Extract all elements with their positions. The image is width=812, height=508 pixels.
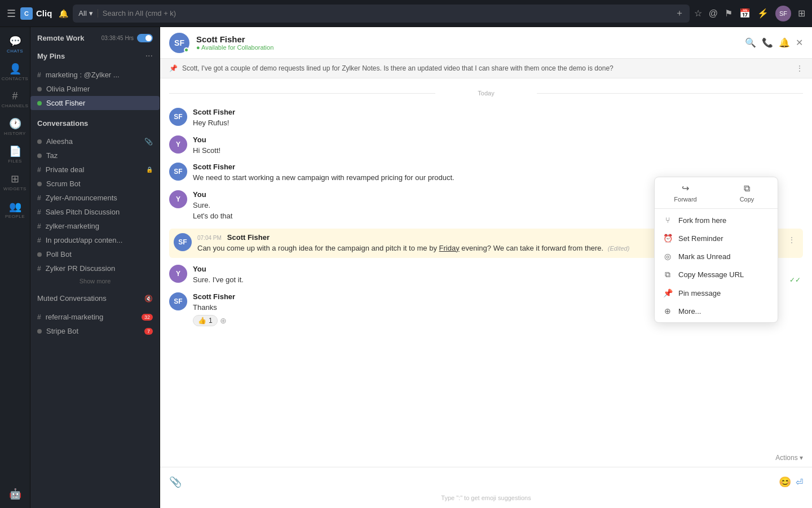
ctx-forward-button[interactable]: ↪ Forward bbox=[655, 177, 716, 208]
channels-label: CHANNELS bbox=[2, 103, 29, 108]
conv-poll-bot[interactable]: Poll Bot bbox=[30, 247, 160, 261]
bolt-icon[interactable]: ⚡ bbox=[757, 8, 769, 19]
search-filter-dropdown[interactable]: All ▾ bbox=[78, 9, 98, 17]
actions-bar: Actions ▾ bbox=[160, 450, 812, 467]
conv-sales[interactable]: # Sales Pitch Discussion bbox=[30, 205, 160, 219]
sidebar-item-widgets[interactable]: ⊞ WIDGETS bbox=[0, 169, 30, 195]
muted-section: # referral-marketing 32 Stripe Bot 7 bbox=[30, 305, 160, 343]
hash-icon: # bbox=[37, 237, 41, 244]
sidebar-item-people[interactable]: 👥 PEOPLE bbox=[0, 197, 30, 222]
sidebar-item-files[interactable]: 📄 FILES bbox=[0, 142, 30, 167]
attach-file-icon[interactable]: 📎 bbox=[169, 476, 182, 488]
search-input[interactable]: Search in All (cmd + k) bbox=[103, 9, 670, 17]
more-icon: ⊕ bbox=[663, 306, 673, 316]
forward-icon: ↪ bbox=[682, 183, 689, 194]
fork-icon: ⑂ bbox=[663, 216, 673, 225]
hash-icon: # bbox=[37, 208, 41, 216]
ctx-more[interactable]: ⊕ More... bbox=[655, 302, 778, 320]
muted-stripe-bot-label: Stripe Bot bbox=[46, 327, 140, 335]
msg-sender: Scott Fisher bbox=[227, 233, 270, 242]
pin-item-olivia[interactable]: Olivia Palmer bbox=[30, 82, 160, 96]
main-layout: 💬 CHATS 👤 CONTACTS # CHANNELS 🕐 HISTORY … bbox=[0, 27, 812, 508]
msg-text: Hey Rufus! bbox=[193, 117, 803, 129]
hamburger-icon[interactable]: ☰ bbox=[7, 7, 16, 20]
flag-icon[interactable]: ⚑ bbox=[725, 8, 732, 19]
chat-contact-status: ● Available for Collaboration bbox=[196, 44, 738, 51]
msg-avatar-scott: SF bbox=[169, 108, 187, 126]
pin-item-scott[interactable]: Scott Fisher bbox=[30, 96, 160, 110]
conv-inproduct-label: In product/app conten... bbox=[46, 236, 153, 244]
pin-item-marketing-label: marketing : @Zylker ... bbox=[46, 71, 153, 79]
reaction-count: 1 bbox=[209, 317, 213, 325]
date-divider: Today bbox=[169, 90, 803, 97]
star-icon[interactable]: ☆ bbox=[694, 8, 702, 19]
ctx-set-reminder[interactable]: ⏰ Set Reminder bbox=[655, 229, 778, 247]
mute-icon: 🔇 bbox=[144, 295, 153, 303]
actions-dropdown[interactable]: Actions ▾ bbox=[775, 454, 803, 462]
emoji-picker-icon[interactable]: 😊 bbox=[779, 476, 791, 488]
conv-zylker-pr[interactable]: # Zylker PR Discussion bbox=[30, 261, 160, 275]
notification-icon[interactable]: 🔔 bbox=[59, 9, 68, 18]
reaction-add-button[interactable]: ⊕ bbox=[220, 316, 227, 325]
message-row: SF Scott Fisher Hey Rufus! bbox=[169, 108, 803, 129]
user-avatar[interactable]: SF bbox=[775, 6, 791, 21]
left-sidebar: 💬 CHATS 👤 CONTACTS # CHANNELS 🕐 HISTORY … bbox=[0, 27, 30, 508]
conv-inproduct[interactable]: # In product/app conten... bbox=[30, 233, 160, 247]
ctx-copy-message-url[interactable]: ⧉ Copy Message URL bbox=[655, 265, 778, 284]
chat-header: SF Scott Fisher ● Available for Collabor… bbox=[160, 27, 812, 59]
msg-time: 07:04 PM bbox=[197, 235, 222, 241]
hash-icon: # bbox=[37, 313, 41, 321]
conv-aleesha[interactable]: Aleesha 📎 bbox=[30, 134, 160, 148]
muted-stripe-bot[interactable]: Stripe Bot 7 bbox=[30, 324, 160, 338]
show-more-button[interactable]: Show more bbox=[30, 275, 160, 287]
workspace-timer-area: 03:38:45 Hrs bbox=[102, 34, 153, 42]
pinned-kebab-icon[interactable]: ⋮ bbox=[796, 64, 803, 72]
reaction-emoji: 👍 bbox=[198, 317, 206, 325]
workspace-timer: 03:38:45 Hrs bbox=[102, 35, 134, 41]
input-hint: Type ":" to get emoji suggestions bbox=[169, 494, 803, 503]
sidebar-item-channels[interactable]: # CHANNELS bbox=[0, 87, 30, 112]
ctx-more-label: More... bbox=[678, 307, 701, 316]
search-messages-icon[interactable]: 🔍 bbox=[745, 37, 756, 48]
more-options-button[interactable]: ⋮ bbox=[785, 233, 798, 247]
conv-zylker-marketing[interactable]: # zylker-marketing bbox=[30, 219, 160, 233]
people-icon: 👥 bbox=[9, 200, 21, 213]
status-dot bbox=[37, 329, 42, 334]
close-chat-icon[interactable]: ✕ bbox=[796, 37, 803, 48]
message-input[interactable] bbox=[186, 472, 774, 492]
pin-item-marketing[interactable]: # marketing : @Zylker ... bbox=[30, 68, 160, 82]
chat-header-actions: 🔍 📞 🔔 ✕ bbox=[745, 37, 803, 48]
conv-private-deal-label: Private deal bbox=[46, 165, 142, 174]
ctx-copy-button[interactable]: ⧉ Copy bbox=[716, 177, 778, 208]
my-pins-options-icon[interactable]: ··· bbox=[145, 51, 153, 61]
muted-header: Muted Conversations 🔇 bbox=[30, 291, 160, 305]
my-pins-header: My Pins ··· bbox=[30, 49, 160, 63]
calendar-icon[interactable]: 📅 bbox=[739, 8, 751, 19]
avatar-online-status bbox=[184, 47, 189, 52]
reaction-thumbs-up[interactable]: 👍 1 bbox=[193, 315, 218, 326]
sidebar-item-chats[interactable]: 💬 CHATS bbox=[0, 32, 30, 57]
underline-friday: Friday bbox=[439, 244, 460, 252]
conv-scrum-bot[interactable]: Scrum Bot bbox=[30, 177, 160, 191]
ctx-pin-message[interactable]: 📌 Pin message bbox=[655, 284, 778, 302]
voice-call-icon[interactable]: 📞 bbox=[762, 37, 773, 48]
chat-contact-avatar: SF bbox=[169, 33, 189, 53]
notification-settings-icon[interactable]: 🔔 bbox=[779, 37, 790, 48]
ctx-fork-from-here[interactable]: ⑂ Fork from here bbox=[655, 211, 778, 229]
muted-referral[interactable]: # referral-marketing 32 bbox=[30, 310, 160, 324]
send-button[interactable]: ⏎ bbox=[796, 477, 803, 488]
search-add-icon[interactable]: ＋ bbox=[675, 7, 684, 19]
cliq-logo-icon: C bbox=[20, 7, 33, 20]
search-bar[interactable]: All ▾ Search in All (cmd + k) ＋ bbox=[73, 5, 689, 23]
widgets-label: WIDGETS bbox=[3, 186, 27, 191]
sidebar-item-history[interactable]: 🕐 HISTORY bbox=[0, 114, 30, 139]
conv-zyler[interactable]: # Zyler-Announcements bbox=[30, 191, 160, 205]
ctx-mark-unread[interactable]: ◎ Mark as Unread bbox=[655, 247, 778, 265]
conv-private-deal[interactable]: # Private deal 🔒 bbox=[30, 163, 160, 177]
at-icon[interactable]: @ bbox=[709, 8, 718, 19]
sidebar-item-bot[interactable]: 🤖 bbox=[9, 484, 21, 503]
sidebar-item-contacts[interactable]: 👤 CONTACTS bbox=[0, 59, 30, 85]
presence-toggle[interactable] bbox=[137, 34, 153, 42]
conv-taz[interactable]: Taz bbox=[30, 148, 160, 163]
grid-icon[interactable]: ⊞ bbox=[798, 8, 805, 19]
